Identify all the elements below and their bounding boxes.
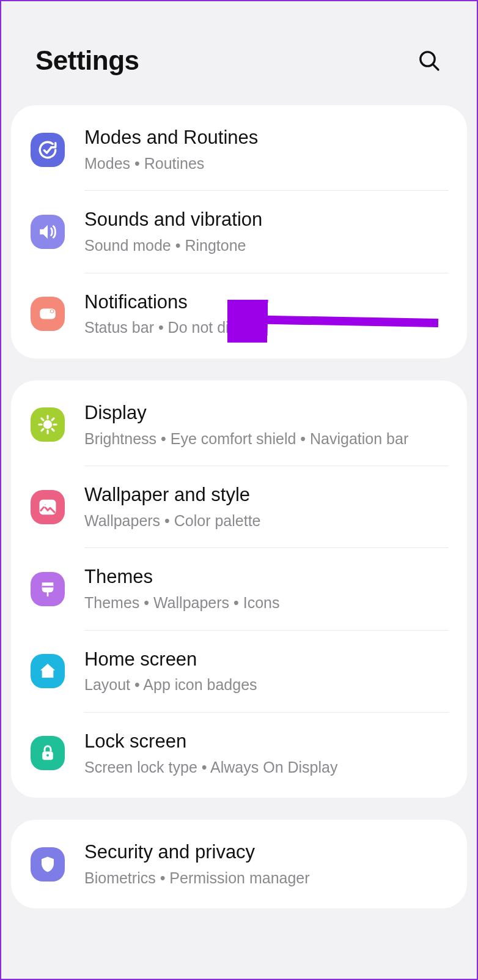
row-title: Modes and Routines [84,126,447,150]
row-title: Display [84,401,447,425]
shield-icon [31,847,65,882]
search-button[interactable] [416,47,443,74]
lock-icon [31,736,65,770]
row-subtitle: Brightness • Eye comfort shield • Naviga… [84,429,447,449]
row-display[interactable]: Display Brightness • Eye comfort shield … [11,384,467,466]
svg-line-13 [52,418,54,420]
row-subtitle: Biometrics • Permission manager [84,868,447,888]
header: Settings [1,1,477,105]
row-subtitle: Screen lock type • Always On Display [84,757,447,778]
routines-icon [31,133,65,167]
svg-line-12 [42,429,43,431]
row-text: Security and privacy Biometrics • Permis… [84,841,447,888]
row-subtitle: Wallpapers • Color palette [84,511,447,531]
settings-group-3: Security and privacy Biometrics • Permis… [11,820,467,908]
row-title: Wallpaper and style [84,483,447,507]
row-subtitle: Layout • App icon badges [84,675,447,695]
row-title: Sounds and vibration [84,208,447,232]
row-text: Display Brightness • Eye comfort shield … [84,401,447,448]
svg-point-4 [51,310,54,313]
row-title: Security and privacy [84,841,447,864]
row-notifications[interactable]: Notifications Status bar • Do not distur… [11,273,467,355]
sound-icon [31,215,65,249]
row-title: Notifications [84,291,447,314]
brush-icon [31,572,65,606]
svg-line-1 [433,65,438,70]
home-icon [31,654,65,688]
row-title: Themes [84,565,447,589]
row-text: Wallpaper and style Wallpapers • Color p… [84,483,447,530]
svg-line-10 [42,418,43,420]
brightness-icon [31,407,65,442]
row-subtitle: Sound mode • Ringtone [84,236,447,256]
row-home-screen[interactable]: Home screen Layout • App icon badges [11,631,467,712]
page-title: Settings [35,45,139,76]
notification-icon [31,297,65,331]
svg-line-11 [52,429,54,431]
settings-group-2: Display Brightness • Eye comfort shield … [11,380,467,798]
svg-point-15 [44,503,46,505]
picture-icon [31,490,65,524]
row-title: Home screen [84,648,447,672]
row-text: Home screen Layout • App icon badges [84,648,447,695]
row-subtitle: Themes • Wallpapers • Icons [84,593,447,613]
settings-group-1: Modes and Routines Modes • Routines Soun… [11,105,467,358]
svg-point-18 [46,754,49,757]
svg-point-5 [44,421,51,428]
row-wallpaper[interactable]: Wallpaper and style Wallpapers • Color p… [11,466,467,548]
row-text: Themes Themes • Wallpapers • Icons [84,565,447,612]
row-text: Notifications Status bar • Do not distur… [84,291,447,338]
search-icon [417,48,441,73]
row-title: Lock screen [84,730,447,754]
row-text: Modes and Routines Modes • Routines [84,126,447,173]
row-modes-routines[interactable]: Modes and Routines Modes • Routines [11,109,467,190]
row-sounds-vibration[interactable]: Sounds and vibration Sound mode • Ringto… [11,191,467,272]
row-subtitle: Status bar • Do not disturb [84,317,447,338]
row-security-privacy[interactable]: Security and privacy Biometrics • Permis… [11,823,467,905]
row-themes[interactable]: Themes Themes • Wallpapers • Icons [11,548,467,629]
row-subtitle: Modes • Routines [84,154,447,174]
svg-rect-16 [42,586,54,588]
row-text: Lock screen Screen lock type • Always On… [84,730,447,777]
row-text: Sounds and vibration Sound mode • Ringto… [84,208,447,255]
row-lock-screen[interactable]: Lock screen Screen lock type • Always On… [11,713,467,794]
